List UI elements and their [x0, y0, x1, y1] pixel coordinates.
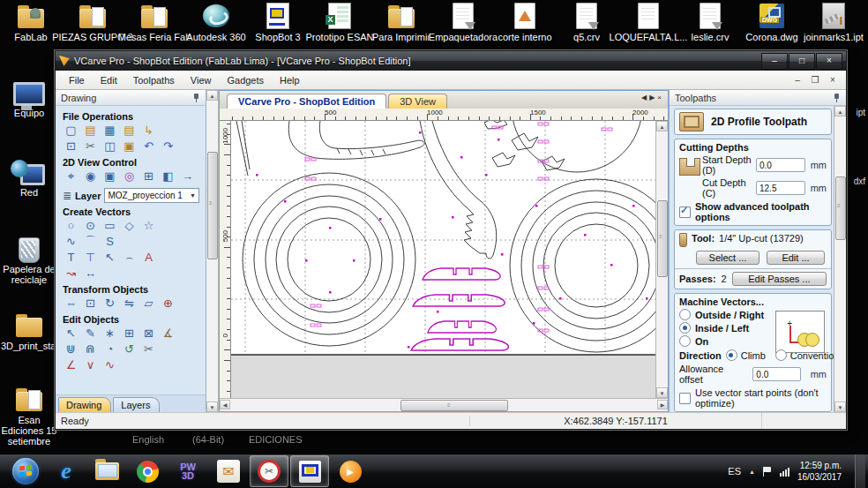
- mdi-minimize-button[interactable]: –: [791, 75, 804, 85]
- save-file-icon[interactable]: ▦: [101, 123, 118, 138]
- import-file-icon[interactable]: ↳: [140, 123, 157, 138]
- open-folder-icon[interactable]: ▤: [121, 123, 138, 138]
- ungroup-objects-icon[interactable]: ⊠: [140, 326, 157, 341]
- vcarve-file-button[interactable]: ✉: [209, 455, 248, 487]
- arc-text-icon[interactable]: A: [140, 250, 157, 265]
- start-depth-field[interactable]: 0.0: [756, 158, 805, 172]
- redo-icon[interactable]: ↷: [160, 139, 176, 154]
- join-vectors-icon[interactable]: ↺: [121, 342, 138, 357]
- allowance-offset-field[interactable]: 0.0: [752, 367, 800, 381]
- draw-text-box-icon[interactable]: ⊤: [82, 250, 99, 265]
- select-all-icon[interactable]: ⊡: [63, 139, 79, 154]
- scroll-up-arrow[interactable]: ▲: [656, 121, 668, 131]
- minimize-button[interactable]: –: [761, 53, 788, 70]
- set-size-icon[interactable]: ⊡: [82, 296, 99, 311]
- cut-program-button[interactable]: ✂: [250, 455, 288, 487]
- zoom-box-icon[interactable]: ▣: [101, 169, 118, 184]
- draw-rectangle-icon[interactable]: ▭: [101, 218, 118, 233]
- fit-curves-icon[interactable]: ∿: [101, 357, 118, 372]
- draw-star-icon[interactable]: ☆: [140, 218, 157, 233]
- tab-3d-view[interactable]: 3D View: [388, 94, 447, 109]
- desktop-icon-corona-dwg[interactable]: Corona.dwg: [741, 2, 803, 42]
- weld-vectors-icon[interactable]: ⋓: [63, 342, 79, 357]
- canvas-vertical-scrollbar[interactable]: ▲ ≡ ▼: [655, 121, 668, 398]
- node-fit-icon[interactable]: ∨: [82, 357, 99, 372]
- edit-passes-button[interactable]: Edit Passes ...: [732, 272, 827, 286]
- scroll-right-arrow[interactable]: ▶: [657, 400, 668, 409]
- pin-icon[interactable]: [833, 94, 841, 102]
- toolpaths-scrollbar[interactable]: ▲ ≡ ▼: [834, 106, 846, 412]
- move-selection-icon[interactable]: ⇔: [63, 296, 79, 311]
- vector-start-points-checkbox[interactable]: [679, 393, 691, 404]
- scroll-down-arrow[interactable]: ▼: [206, 402, 218, 412]
- scrollbar-thumb[interactable]: [835, 176, 846, 240]
- clock[interactable]: 12:59 p.m. 16/03/2017: [797, 460, 842, 483]
- scrollbar-thumb[interactable]: [400, 400, 508, 411]
- new-file-icon[interactable]: ▢: [63, 123, 79, 138]
- draw-curve-icon[interactable]: S: [101, 234, 118, 249]
- fillet-tool-icon[interactable]: ∠: [63, 357, 79, 372]
- desktop-icon-piezas-grupo-3[interactable]: PIEZAS GRUPO 3: [62, 2, 123, 42]
- draw-polygon-icon[interactable]: ◇: [121, 218, 138, 233]
- desktop-icon-q5-crv[interactable]: q5.crv: [556, 2, 617, 42]
- desktop-icon-empaquetadora[interactable]: Empaquetadora: [432, 2, 494, 42]
- advanced-options-checkbox[interactable]: [679, 206, 691, 218]
- desktop-icon-shopbot-3[interactable]: ShopBot 3: [247, 2, 309, 42]
- zoom-extents-icon[interactable]: ⊞: [140, 169, 157, 184]
- mdi-restore-button[interactable]: ❐: [809, 75, 821, 85]
- zoom-interactive-icon[interactable]: ◉: [82, 169, 99, 184]
- draw-arc-icon[interactable]: ⌒: [82, 234, 99, 249]
- desktop-icon-mesas-feria-fab[interactable]: Mesas Feria Fab: [123, 2, 185, 42]
- desktop-icon-equipo[interactable]: Equipo: [0, 78, 58, 118]
- title-bar[interactable]: VCarve Pro - ShopBot Edition (FabLab Lim…: [56, 51, 846, 71]
- interactive-move-icon[interactable]: ∗: [101, 326, 118, 341]
- copy-icon[interactable]: ◫: [101, 139, 118, 154]
- draw-polyline-icon[interactable]: ∿: [63, 234, 79, 249]
- windows-explorer-button[interactable]: [87, 455, 126, 487]
- menu-help[interactable]: Help: [272, 72, 308, 88]
- media-player-button[interactable]: ▶: [331, 455, 370, 487]
- subtract-vectors-icon[interactable]: ⋒: [82, 342, 99, 357]
- menu-view[interactable]: View: [183, 72, 220, 88]
- dimension-icon[interactable]: ↔: [82, 266, 99, 281]
- switch-3d-view-icon[interactable]: →: [179, 169, 196, 184]
- align-objects-icon[interactable]: ⊕: [160, 296, 176, 311]
- draw-circle-icon[interactable]: ○: [63, 218, 79, 233]
- tool-edit-button[interactable]: Edit ...: [767, 251, 825, 265]
- hidden-icons-arrow[interactable]: ▲: [749, 469, 755, 475]
- tab-prev-arrow[interactable]: ◀: [641, 94, 649, 101]
- menu-file[interactable]: File: [61, 72, 93, 88]
- scrollbar-thumb[interactable]: [207, 152, 218, 259]
- scroll-left-arrow[interactable]: ◀: [220, 400, 230, 409]
- layer-dropdown[interactable]: MOZ_proyeccion 1 ▼: [104, 188, 199, 203]
- desktop-icon-autodesk-360[interactable]: Autodesk 360: [185, 2, 247, 42]
- rotate-selection-icon[interactable]: ↻: [101, 296, 118, 311]
- desktop-icon-corte-interno[interactable]: corte interno: [494, 2, 556, 42]
- paste-icon[interactable]: ▣: [121, 139, 138, 154]
- node-editing-icon[interactable]: ✎: [82, 326, 99, 341]
- internet-explorer-button[interactable]: e: [47, 455, 86, 487]
- menu-toolpaths[interactable]: Toolpaths: [125, 72, 183, 88]
- cut-depth-field[interactable]: 12.5: [756, 181, 805, 195]
- zoom-selected-icon[interactable]: ◎: [121, 169, 138, 184]
- select-objects-icon[interactable]: ↖: [63, 326, 79, 341]
- mdi-close-button[interactable]: ×: [827, 75, 839, 85]
- shopbot-control-button[interactable]: [290, 455, 329, 487]
- drawing-canvas[interactable]: [231, 121, 655, 398]
- inside-left-radio[interactable]: [679, 322, 691, 334]
- desktop-icon-red[interactable]: Red: [0, 157, 58, 198]
- scroll-up-arrow[interactable]: ▲: [206, 90, 218, 101]
- conventional-radio[interactable]: [775, 349, 787, 361]
- menu-gadgets[interactable]: Gadgets: [219, 72, 272, 88]
- pan-view-icon[interactable]: ⌖: [63, 169, 79, 184]
- mirror-selection-icon[interactable]: ⇋: [121, 296, 138, 311]
- maximize-button[interactable]: □: [789, 53, 815, 70]
- cut-icon[interactable]: ✂: [82, 139, 99, 154]
- draw-ellipse-icon[interactable]: ⊙: [82, 218, 99, 233]
- network-signal-icon[interactable]: [780, 467, 789, 477]
- tile-windows-icon[interactable]: ◧: [160, 169, 176, 184]
- tool-select-button[interactable]: Select ...: [696, 251, 760, 265]
- text-on-curve-icon[interactable]: ⌢: [121, 250, 138, 265]
- desktop-icon-esan-ediciones-15-setiembre[interactable]: Esan Ediciones 15 setiembre: [0, 385, 58, 447]
- distort-object-icon[interactable]: ▱: [140, 296, 157, 311]
